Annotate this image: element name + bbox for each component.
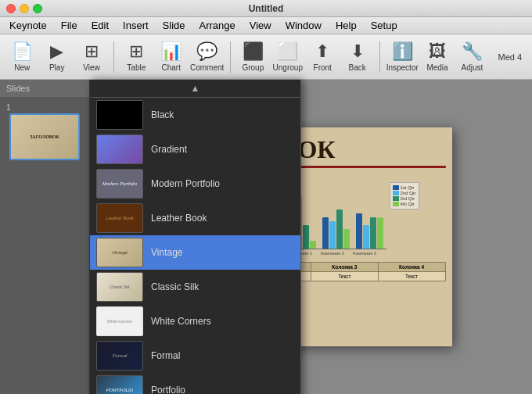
theme-thumb-formal: Formal: [96, 341, 143, 371]
bar-group-2: [322, 210, 350, 249]
theme-gradient[interactable]: Gradient: [90, 132, 300, 167]
toolbar-separator-2: [230, 41, 231, 73]
titlebar: Untitled: [0, 0, 532, 17]
legend-color-2: [393, 191, 399, 195]
view-button[interactable]: ⊞ View: [76, 38, 107, 77]
menu-keynote[interactable]: Keynote: [3, 18, 53, 33]
menu-file[interactable]: File: [55, 18, 84, 33]
play-label: Play: [49, 63, 64, 72]
theme-white-corners[interactable]: White Corners White Corners: [90, 304, 300, 338]
front-button[interactable]: ⬆ Front: [307, 38, 338, 77]
bar-group-3: [356, 213, 383, 249]
new-label: New: [14, 63, 30, 72]
play-icon: ▶: [50, 41, 63, 62]
ungroup-label: Ungroup: [273, 63, 303, 72]
menu-insert[interactable]: Insert: [117, 18, 155, 33]
theme-thumb-white-corners: White Corners: [96, 306, 143, 336]
sidebar: Slides 1 ЗАГОЛОВОК: [0, 80, 90, 394]
slide-number: 1: [6, 103, 83, 112]
bar-1-4: [310, 241, 316, 249]
menu-help[interactable]: Help: [329, 18, 363, 33]
theme-name-modern-portfolio: Modern Portfolio: [151, 178, 220, 189]
back-label: Back: [349, 63, 366, 72]
menu-arrange[interactable]: Arrange: [193, 18, 242, 33]
table-cell-1-4: Текст: [378, 272, 445, 281]
slide-thumbnail[interactable]: ЗАГОЛОВОК: [9, 113, 80, 160]
chart-button[interactable]: 📊 Chart: [156, 38, 187, 77]
table-cell-1-3: Текст: [311, 272, 379, 281]
theme-leather-book[interactable]: Leather Book Leather Book: [90, 201, 300, 235]
menu-window[interactable]: Window: [279, 18, 328, 33]
legend-label-2: 2nd Qtr: [401, 191, 416, 195]
front-label: Front: [314, 63, 332, 72]
table-button[interactable]: ⊞ Table: [120, 38, 152, 77]
menu-edit[interactable]: Edit: [85, 18, 115, 33]
legend-label-4: 4th Qtr: [401, 202, 415, 206]
bar-3-1: [356, 213, 362, 249]
theme-classic-silk[interactable]: Classic Silk Classic Silk: [90, 270, 300, 304]
theme-portfolio[interactable]: PORTFOLIO Portfolio: [90, 373, 300, 394]
theme-black[interactable]: Black: [90, 98, 300, 132]
ungroup-button[interactable]: ⬜ Ungroup: [272, 38, 304, 77]
theme-vintage[interactable]: Vintage Vintage: [90, 235, 300, 270]
x-label-3: Компания 3: [352, 251, 378, 256]
window-title: Untitled: [249, 3, 284, 14]
minimize-button[interactable]: [20, 4, 29, 13]
theme-name-formal: Formal: [151, 350, 180, 361]
media-button[interactable]: 🖼 Media: [422, 38, 453, 77]
adjust-icon: 🔧: [462, 41, 483, 62]
main-layout: Slides 1 ЗАГОЛОВОК ▲ Black Gradient Mode…: [0, 80, 532, 394]
menu-slide[interactable]: Slide: [156, 18, 192, 33]
group-label: Group: [242, 63, 264, 72]
comment-button[interactable]: 💬 Comment: [190, 38, 224, 77]
menu-setup[interactable]: Setup: [365, 18, 404, 33]
adjust-label: Adjust: [462, 63, 483, 72]
play-button[interactable]: ▶ Play: [41, 38, 72, 77]
slides-label: Slides: [6, 84, 30, 93]
new-icon: 📄: [12, 41, 33, 62]
traffic-lights: [6, 4, 42, 13]
theme-formal[interactable]: Formal Formal: [90, 338, 300, 373]
med4-button[interactable]: Med 4: [494, 38, 526, 77]
legend-2: 2nd Qtr: [393, 191, 416, 195]
toolbar-separator-3: [379, 41, 380, 73]
bar-2-2: [329, 221, 336, 249]
group-button[interactable]: ⬛ Group: [237, 38, 268, 77]
comment-label: Comment: [190, 63, 224, 72]
inspector-label: Inspector: [386, 63, 419, 72]
bar-2-1: [322, 217, 329, 249]
slides-area[interactable]: 1 ЗАГОЛОВОК: [0, 97, 89, 394]
new-button[interactable]: 📄 New: [6, 38, 38, 77]
theme-name-black: Black: [151, 109, 174, 120]
theme-modern-portfolio[interactable]: Modern Portfolio Modern Portfolio: [90, 167, 300, 201]
toolbar-separator-1: [113, 41, 114, 73]
close-button[interactable]: [6, 4, 16, 13]
bar-2-4: [343, 229, 350, 249]
back-icon: ⬇: [350, 41, 365, 62]
theme-name-white-corners: White Corners: [151, 316, 211, 327]
legend-color-4: [393, 202, 399, 206]
adjust-button[interactable]: 🔧 Adjust: [456, 38, 487, 77]
theme-name-leather-book: Leather Book: [151, 213, 207, 224]
front-icon: ⬆: [315, 41, 329, 62]
theme-name-classic-silk: Classic Silk: [151, 281, 199, 292]
bar-3-3: [370, 217, 376, 249]
menu-view[interactable]: View: [243, 18, 278, 33]
scroll-up-arrow[interactable]: ▲: [191, 83, 200, 94]
inspector-button[interactable]: ℹ️ Inspector: [386, 38, 419, 77]
legend-color-3: [393, 196, 399, 201]
theme-name-vintage: Vintage: [151, 247, 182, 258]
theme-thumb-leather-book: Leather Book: [96, 203, 143, 233]
bar-2-3: [336, 210, 343, 249]
group-icon: ⬛: [243, 41, 264, 62]
table-label: Table: [127, 63, 146, 72]
x-label-2: Компания 2: [320, 251, 346, 256]
back-button[interactable]: ⬇ Back: [341, 38, 372, 77]
med4-label: Med 4: [498, 52, 523, 62]
theme-thumb-portfolio: PORTFOLIO: [96, 375, 143, 394]
bar-3-4: [377, 217, 383, 249]
maximize-button[interactable]: [33, 4, 42, 13]
legend-3: 3rd Qtr: [393, 196, 416, 201]
table-icon: ⊞: [129, 41, 143, 62]
theme-thumb-gradient: [96, 134, 143, 164]
